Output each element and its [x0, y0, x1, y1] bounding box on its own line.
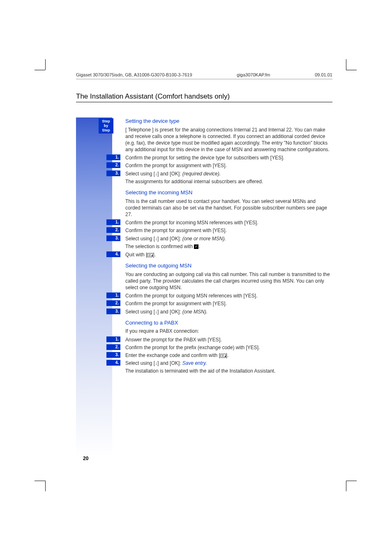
step-italic: (one MSN).: [182, 309, 208, 315]
step-row: 3. Enter the exchange code and confirm w…: [125, 352, 331, 359]
step-number: 3.: [106, 170, 120, 176]
step-text: Select using [: [125, 360, 155, 366]
crop-mark: [346, 481, 346, 491]
step-row: 1. Answer the prompt for the PABX with […: [125, 336, 331, 343]
step-number: 1.: [106, 292, 120, 298]
crop-mark: [346, 481, 357, 481]
step-row: 1. Confirm the prompt for incoming MSN r…: [125, 219, 331, 226]
crop-mark: [35, 481, 45, 481]
step-link: Save entry.: [182, 360, 207, 366]
section-title: The Installation Assistant (Comfort hand…: [76, 92, 230, 101]
step-text: ] and [OK]:: [157, 171, 182, 177]
crop-mark: [346, 70, 357, 70]
step-text: ].: [226, 352, 229, 358]
step-number: 2.: [106, 227, 120, 233]
check-icon: ✓: [194, 244, 198, 249]
step-text: Confirm the prompt for the prefix (excha…: [125, 345, 260, 350]
step-text: Confirm the prompt for incoming MSN refe…: [125, 220, 258, 226]
step-number: 2.: [106, 300, 120, 306]
paragraph: If you require a PABX connection:: [125, 328, 331, 334]
crop-mark: [45, 59, 46, 70]
step-text: Confirm the prompt for assignment with […: [125, 228, 227, 233]
step-text: ] and [OK]:: [157, 360, 182, 366]
step-number: 3.: [106, 235, 120, 241]
step-row: 3. Select using [↓] and [OK]: (required …: [125, 170, 331, 177]
menu-icon: [147, 253, 153, 257]
paragraph: You are conducting an outgoing call via …: [125, 271, 331, 291]
step-text: Select using [: [125, 171, 155, 177]
step-number: 4.: [106, 251, 120, 257]
step-number: 1.: [106, 219, 120, 225]
step-number: 1.: [106, 336, 120, 342]
paragraph: The selection is confirmed with ✓.: [125, 243, 331, 250]
side-gradient: [76, 117, 112, 456]
step-text: ] and [OK]:: [157, 236, 182, 242]
header-rule: [76, 79, 332, 79]
header-mid: giga3070KAP.fm: [237, 72, 270, 77]
step-row: 4. Quit with [].: [125, 251, 331, 258]
step-number: 2.: [106, 162, 120, 168]
crop-mark: [346, 59, 346, 70]
confirm-text: The selection is confirmed with: [125, 244, 194, 249]
step-number: 3.: [106, 309, 120, 314]
title-rule: [76, 102, 332, 102]
step-text: ].: [153, 252, 156, 258]
header-left: Gigaset 3070/3075isdn, GB, A31008-G3070-…: [76, 72, 192, 77]
step-italic: (required device).: [182, 171, 221, 177]
page-number: 20: [83, 456, 88, 461]
step-text: Quit with [: [125, 252, 147, 258]
step-row: 2. Confirm the prompt for assignment wit…: [125, 300, 331, 307]
paragraph: The assignments for additional internal …: [125, 178, 331, 185]
header-right: 09.01.01: [315, 72, 332, 77]
step-text: Enter the exchange code and confirm with…: [125, 352, 220, 358]
step-text: Select using [: [125, 309, 155, 315]
body-content: Setting the device type [ Telephone ] is…: [125, 117, 331, 376]
subheading: Setting the device type: [125, 117, 331, 125]
subheading: Connecting to a PABX: [125, 319, 331, 327]
menu-icon: [220, 354, 226, 358]
step-row: 2. Confirm the prompt for assignment wit…: [125, 162, 331, 169]
badge-line: Step: [99, 119, 113, 124]
step-row: 4. Select using [↓] and [OK]: Save entry…: [125, 360, 331, 366]
step-number: 3.: [106, 352, 120, 358]
step-text: Confirm the prompt for setting the devic…: [125, 155, 284, 161]
badge-line: by: [99, 124, 113, 128]
step-row: 2. Confirm the prompt for assignment wit…: [125, 227, 331, 234]
step-text: ] and [OK]:: [157, 309, 182, 315]
paragraph: [ Telephone ] is preset for the analog c…: [125, 127, 331, 153]
step-number: 1.: [106, 154, 120, 160]
step-italic: (one or more MSN).: [182, 236, 226, 242]
confirm-dot: .: [198, 244, 200, 249]
running-header: Gigaset 3070/3075isdn, GB, A31008-G3070-…: [76, 72, 332, 77]
step-by-step-badge: Step by Step: [99, 118, 113, 134]
step-text: Confirm the prompt for assignment with […: [125, 301, 227, 306]
step-number: 4.: [106, 360, 120, 366]
paragraph: This is the call number used to contact …: [125, 198, 331, 218]
step-text: Answer the prompt for the PABX with [YES…: [125, 337, 222, 343]
step-row: 2. Confirm the prompt for the prefix (ex…: [125, 344, 331, 351]
step-text: Select using [: [125, 236, 155, 242]
step-row: 3. Select using [↓] and [OK]: (one or mo…: [125, 235, 331, 242]
step-row: 3. Select using [↓] and [OK]: (one MSN).: [125, 309, 331, 315]
crop-mark: [45, 481, 46, 491]
badge-line: Step: [99, 128, 113, 133]
step-row: 1. Confirm the prompt for outgoing MSN r…: [125, 292, 331, 299]
crop-mark: [35, 70, 45, 70]
subheading: Selecting the incoming MSN: [125, 189, 331, 196]
step-number: 2.: [106, 344, 120, 350]
step-row: 1. Confirm the prompt for setting the de…: [125, 154, 331, 161]
step-text: Confirm the prompt for assignment with […: [125, 163, 227, 168]
step-text: Confirm the prompt for outgoing MSN refe…: [125, 293, 257, 299]
subheading: Selecting the outgoing MSN: [125, 262, 331, 269]
paragraph: The installation is terminated with the …: [125, 368, 331, 374]
